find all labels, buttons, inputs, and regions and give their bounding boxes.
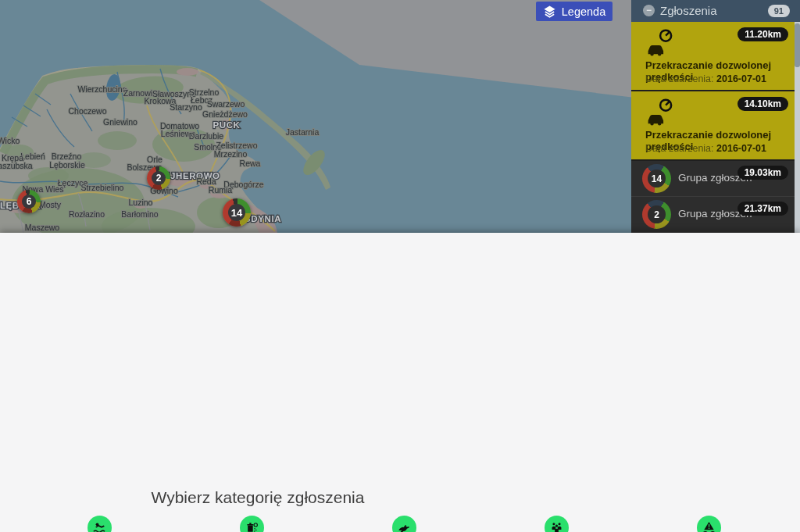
legend-button[interactable]: Legenda xyxy=(536,2,612,21)
category-poach[interactable]: Kłusownictwo xyxy=(334,516,474,532)
swim-icon xyxy=(88,516,112,532)
report-group-row[interactable]: 2Grupa zgłoszeń21.37km xyxy=(631,197,795,233)
trash-icon xyxy=(240,516,264,532)
group-count: 14 xyxy=(648,170,666,187)
legend-button-label: Legenda xyxy=(562,5,605,18)
cluster-count: 6 xyxy=(22,195,37,209)
collapse-icon[interactable]: − xyxy=(643,5,655,16)
group-count: 2 xyxy=(648,205,666,223)
report-list: 11.20kmPrzekraczanie dozwolonej prędkośc… xyxy=(631,22,795,233)
speed-icon xyxy=(644,27,675,62)
scrollbar-track[interactable] xyxy=(795,22,800,233)
report-date: Data zdarzenia: 2016-07-01 xyxy=(645,143,766,154)
report-group-row[interactable]: 14Grupa zgłoszeń19.03km xyxy=(631,161,795,197)
distance-badge: 14.10km xyxy=(738,97,788,111)
report-card[interactable]: 11.20kmPrzekraczanie dozwolonej prędkośc… xyxy=(631,22,795,90)
cluster-count: 14 xyxy=(228,204,245,221)
speed-icon xyxy=(644,97,675,131)
waterdanger-icon xyxy=(697,516,721,532)
category-group[interactable]: Miejsca grupowania się małoletnich xyxy=(486,516,627,532)
layers-icon xyxy=(543,5,556,18)
category-trash[interactable]: Dzikie wysypiska śmieci xyxy=(181,516,322,532)
panel-title: Wybierz kategorię zgłoszenia xyxy=(152,488,365,507)
reports-count-badge: 91 xyxy=(768,5,790,17)
group-icon xyxy=(545,516,569,532)
cluster-count: 2 xyxy=(152,171,166,186)
group-count-badge: 14 xyxy=(642,164,671,193)
poach-icon xyxy=(392,516,416,532)
distance-badge: 11.20km xyxy=(738,27,788,41)
category-waterdanger[interactable]: Miejsca niebezpieczne na terenach wodnyc… xyxy=(638,516,779,532)
map-cluster-marker[interactable]: 2 xyxy=(147,166,170,190)
group-count-badge: 2 xyxy=(642,200,671,229)
sidebar-title: Zgłoszenia xyxy=(660,4,717,17)
app-screen: WierzchucinoŻarnowiecSławoszynoStrzelnoK… xyxy=(0,0,800,532)
distance-badge: 21.37km xyxy=(738,202,788,216)
map-cluster-marker[interactable]: 14 xyxy=(223,198,251,227)
report-date: Data zdarzenia: 2016-07-01 xyxy=(645,73,766,84)
distance-badge: 19.03km xyxy=(738,166,788,180)
map-cluster-marker[interactable]: 6 xyxy=(17,190,41,213)
sidebar-header: − Zgłoszenia 91 xyxy=(631,0,800,22)
report-card[interactable]: 14.10kmPrzekraczanie dozwolonej prędkośc… xyxy=(631,91,795,159)
category-swim[interactable]: Dzikie kąpieliska xyxy=(29,516,170,532)
category-panel: Wybierz kategorię zgłoszenia Dzikie kąpi… xyxy=(0,233,800,532)
scrollbar-thumb[interactable] xyxy=(795,23,800,67)
reports-sidebar: − Zgłoszenia 91 11.20kmPrzekraczanie doz… xyxy=(631,0,800,233)
